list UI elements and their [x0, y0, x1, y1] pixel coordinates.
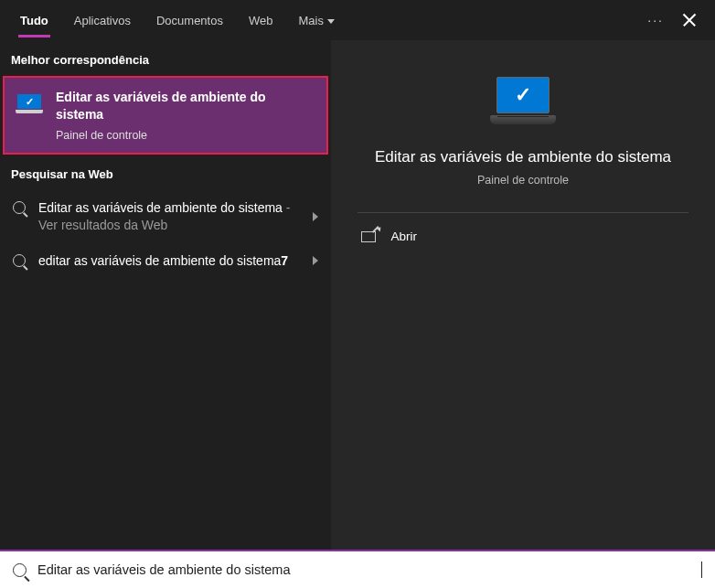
web-result[interactable]: Editar as variáveis de ambiente do siste…: [0, 190, 331, 243]
results-panel: Melhor correspondência Editar as variáve…: [0, 40, 331, 550]
more-options-icon[interactable]: ···: [647, 13, 664, 27]
chevron-right-icon: [313, 256, 318, 265]
close-icon[interactable]: [682, 13, 697, 27]
text-cursor: [701, 561, 702, 578]
tab-docs[interactable]: Documentos: [144, 3, 236, 37]
system-settings-icon: [17, 94, 43, 114]
search-bar[interactable]: Editar as variáveis de ambiente do siste…: [0, 550, 715, 588]
best-match-title: Editar as variáveis de ambiente do siste…: [56, 89, 314, 123]
chevron-right-icon: [313, 212, 318, 221]
tab-more[interactable]: Mais: [285, 3, 347, 37]
open-label: Abrir: [390, 230, 417, 243]
best-match-subtitle: Painel de controle: [56, 129, 314, 142]
web-search-header: Pesquisar na Web: [0, 155, 331, 190]
tab-apps[interactable]: Aplicativos: [61, 3, 144, 37]
open-action[interactable]: Abrir: [358, 213, 688, 260]
search-icon: [13, 563, 27, 577]
tab-more-label: Mais: [298, 14, 323, 27]
tab-web[interactable]: Web: [236, 3, 286, 37]
preview-subtitle: Painel de controle: [477, 174, 569, 187]
web-result-text: editar as variáveis de ambiente do siste…: [38, 252, 300, 270]
chevron-down-icon: [327, 19, 335, 24]
search-icon: [13, 201, 26, 214]
web-result[interactable]: editar as variáveis de ambiente do siste…: [0, 243, 331, 279]
web-result-text: Editar as variáveis de ambiente do siste…: [38, 199, 300, 234]
open-icon: [361, 231, 376, 242]
best-match-result[interactable]: Editar as variáveis de ambiente do siste…: [3, 76, 328, 155]
search-input[interactable]: Editar as variáveis de ambiente do siste…: [37, 562, 702, 577]
preview-panel: Editar as variáveis de ambiente do siste…: [331, 40, 715, 550]
best-match-header: Melhor correspondência: [0, 40, 331, 76]
system-settings-icon: [490, 77, 556, 128]
tab-all[interactable]: Tudo: [7, 3, 61, 37]
preview-title: Editar as variáveis de ambiente do siste…: [357, 148, 689, 166]
search-icon: [13, 254, 26, 267]
